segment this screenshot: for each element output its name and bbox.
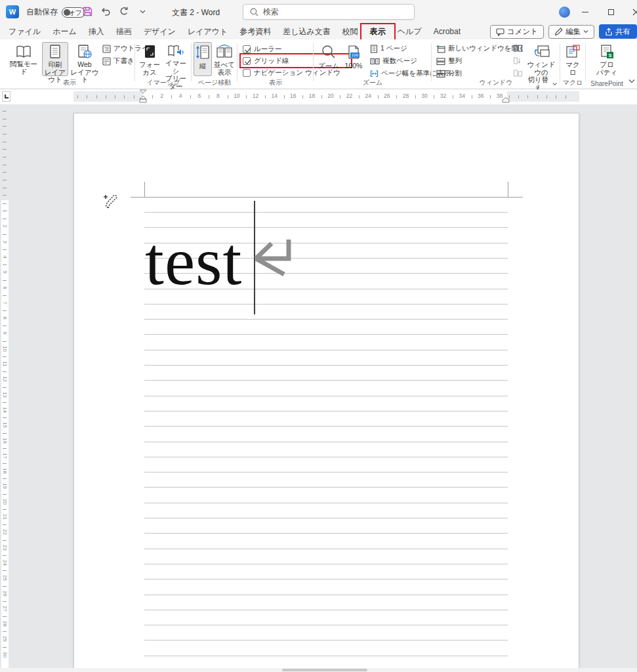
document-area[interactable]: test (10, 104, 637, 672)
tab-差し込み文書[interactable]: 差し込み文書 (277, 24, 337, 39)
tab-レイアウト[interactable]: レイアウト (182, 24, 234, 39)
group-label-window: ウィンドウ (433, 78, 559, 87)
minimize-button[interactable] (574, 0, 596, 24)
ruler-number: 4 (179, 93, 182, 99)
tab-ヘルプ[interactable]: ヘルプ (392, 24, 428, 39)
zoom-100-button[interactable]: 100 100% (341, 42, 366, 76)
tab-デザイン[interactable]: デザイン (138, 24, 182, 39)
checked-checkbox-icon[interactable] (243, 57, 251, 65)
collapse-ribbon-button[interactable] (628, 79, 635, 83)
macros-button[interactable]: マクロ (562, 42, 584, 76)
ruler-number: 8 (216, 93, 220, 99)
chevron-down-icon (140, 9, 146, 14)
split-button[interactable]: 分割 (436, 69, 462, 78)
ruler-tick (246, 95, 247, 98)
redo-button[interactable] (118, 5, 130, 18)
read-mode-button[interactable]: 閲覧モード (7, 42, 41, 76)
tab-描画[interactable]: 描画 (110, 24, 138, 39)
vertical-ruler[interactable]: 1234567891011121314151617181920212223242… (0, 104, 10, 672)
ruler-tick (3, 149, 7, 150)
search-icon (250, 8, 258, 16)
tab-表示[interactable]: 表示 (364, 24, 392, 39)
ruler-tick (3, 555, 7, 556)
scrollbar-thumb[interactable] (282, 669, 367, 671)
ruler-number: 28 (2, 621, 8, 627)
indent-markers[interactable] (138, 89, 148, 104)
immersive-reader-button[interactable]: イマーシ ブリーダー (163, 42, 189, 76)
ruler-number: 14 (271, 93, 277, 99)
focus-button[interactable]: フォー カス (138, 42, 161, 76)
synchronous-scrolling-button[interactable] (513, 56, 523, 65)
right-margin-mark (508, 182, 508, 197)
switch-windows-button[interactable]: ウィンドウの 切り替え (525, 42, 558, 76)
tab-ファイル[interactable]: ファイル (3, 24, 47, 39)
arrange-all-button[interactable]: 整列 (436, 56, 462, 66)
ruler-number: 8 (2, 315, 8, 322)
ruler-tick (284, 95, 285, 98)
editor-pen-icon[interactable] (103, 194, 119, 211)
body-text[interactable]: test (145, 227, 242, 295)
editing-mode-button[interactable]: 編集 (548, 25, 594, 39)
multiple-pages-button[interactable]: 複数ページ (370, 56, 417, 66)
print-layout-button[interactable]: 印刷 レイアウト (42, 42, 68, 76)
ruler-tick (556, 95, 556, 98)
vertical-button[interactable]: 縦 (194, 42, 212, 76)
right-indent-marker[interactable] (501, 97, 510, 103)
account-avatar[interactable] (559, 7, 570, 18)
save-button[interactable] (81, 5, 93, 18)
horizontal-scrollbar[interactable] (0, 668, 637, 672)
properties-button[interactable]: S プロ パティ (594, 42, 619, 76)
tab-selector[interactable] (2, 91, 10, 102)
zoom-button[interactable]: ズーム (318, 42, 340, 76)
unchecked-checkbox-icon[interactable] (243, 69, 251, 77)
ruler-tick (3, 631, 7, 632)
ruler-tick (3, 249, 7, 250)
group-label-sharepoint: SharePoint (587, 80, 627, 87)
reset-window-position-button[interactable] (513, 69, 523, 77)
gridline (144, 564, 508, 564)
undo-button[interactable] (100, 5, 112, 18)
ruler-tick (134, 95, 134, 98)
page[interactable]: test (73, 113, 579, 672)
tab-Acrobat[interactable]: Acrobat (428, 25, 466, 38)
gridline (144, 472, 508, 472)
horizontal-ruler[interactable]: 2468101214161820222426283032343638 (0, 89, 637, 104)
ruler-number: 29 (2, 636, 8, 642)
new-window-button[interactable]: 新しいウィンドウを開く (436, 44, 525, 53)
close-button[interactable] (625, 0, 637, 24)
checked-checkbox-icon[interactable] (243, 45, 251, 53)
ruler-number: 12 (253, 93, 258, 99)
ruler-tick (3, 463, 7, 464)
ruler-number: 27 (2, 605, 8, 612)
gridline (144, 304, 508, 304)
ruler-tick (3, 119, 7, 119)
web-layout-button[interactable]: Web レイアウト (70, 42, 100, 76)
maximize-button[interactable] (600, 0, 622, 24)
ruler-tick (396, 95, 397, 98)
ruler-number: 20 (2, 498, 8, 505)
paragraph-mark-icon (253, 237, 294, 278)
side-to-side-button[interactable]: 並べて 表示 (213, 42, 236, 76)
draft-view-button[interactable]: 下書き (102, 56, 134, 66)
comments-button[interactable]: コメント (490, 25, 544, 39)
customize-qat-button[interactable] (136, 5, 148, 18)
document-title: 文書 2 - Word (172, 7, 220, 18)
one-page-button[interactable]: 1 ページ (370, 44, 407, 53)
minimize-icon (582, 12, 588, 12)
share-button[interactable]: 共有 (599, 24, 637, 39)
ruler-tick (3, 111, 7, 112)
ruler-tick (3, 586, 7, 587)
autosave-control[interactable]: 自動保存 オフ (26, 7, 85, 18)
tab-ホーム[interactable]: ホーム (47, 24, 83, 39)
search-box[interactable]: 検索 (243, 4, 415, 20)
word-app-icon[interactable]: W (6, 5, 19, 18)
ruler-tick (3, 165, 7, 165)
view-side-by-side-button[interactable] (513, 44, 523, 52)
tab-参考資料[interactable]: 参考資料 (234, 24, 277, 39)
ruler-number: 2 (2, 223, 8, 230)
ruler-number: 6 (2, 284, 8, 291)
tab-挿入[interactable]: 挿入 (83, 24, 110, 39)
tab-校閲[interactable]: 校閲 (337, 24, 364, 39)
gridline (144, 610, 508, 610)
immersive-reader-icon (167, 44, 184, 58)
